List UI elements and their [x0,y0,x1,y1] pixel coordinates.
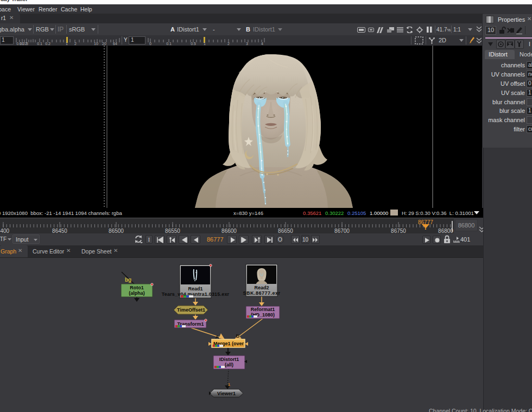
svg-text:IDistort1: IDistort1 [219,357,239,362]
svg-text:2: 2 [227,42,230,46]
svg-text:1: 1 [66,42,68,46]
svg-text:SBK.86777.exr: SBK.86777.exr [243,290,280,296]
svg-text:TimeOffset1: TimeOffset1 [177,307,205,313]
svg-text:bg: bg [125,277,131,283]
svg-text:(alpha): (alpha) [129,290,145,296]
svg-text:3: 3 [246,42,248,46]
svg-text:Read2: Read2 [254,285,269,290]
svg-text:(all): (all) [225,362,233,367]
svg-text:Viewer1: Viewer1 [217,391,236,396]
svg-text:5: 5 [26,42,28,46]
svg-text:1: 1 [228,382,231,387]
svg-text:20: 20 [102,42,106,46]
svg-text:64: 64 [113,42,117,46]
svg-text:0.5: 0.5 [191,42,196,46]
svg-text:0.2: 0.2 [45,42,50,46]
svg-text:4: 4 [261,42,263,46]
svg-text:2: 2 [74,42,77,46]
svg-text:0.1: 0.1 [166,42,172,46]
svg-text:0.1: 0.1 [37,42,42,46]
svg-text:Tears_v04.mantra1.0315.exr: Tears_v04.mantra1.0315.exr [162,291,230,297]
svg-text:Reformat1: Reformat1 [251,307,275,312]
svg-text:B: B [236,333,240,339]
svg-text:Read1: Read1 [188,286,202,291]
svg-text:0: 0 [149,42,151,46]
svg-text:10: 10 [94,42,98,46]
svg-text:1: 1 [204,42,206,46]
svg-text:Roto1: Roto1 [130,285,144,290]
